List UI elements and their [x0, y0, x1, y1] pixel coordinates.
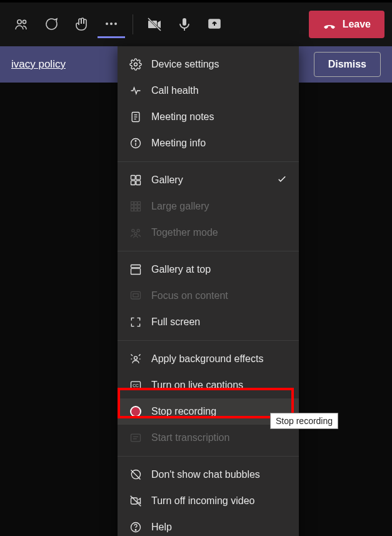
menu-label: Call health: [151, 85, 199, 96]
menu-separator: [118, 456, 299, 457]
svg-point-17: [135, 140, 136, 141]
menu-gallery-at-top[interactable]: Gallery at top: [118, 256, 299, 283]
gear-icon: [129, 58, 143, 71]
menu-label: Full screen: [151, 316, 200, 328]
svg-rect-22: [131, 202, 134, 205]
menu-full-screen[interactable]: Full screen: [118, 309, 299, 335]
camera-off-icon[interactable]: [141, 11, 168, 38]
focus-icon: [129, 289, 143, 303]
svg-rect-35: [131, 268, 141, 274]
menu-label: Stop recording: [151, 406, 216, 417]
gallery-top-icon: [129, 263, 143, 276]
menu-separator: [118, 340, 299, 341]
menu-label: Large gallery: [151, 201, 209, 212]
meeting-toolbar: Leave: [0, 0, 392, 46]
menu-turn-off-incoming-video[interactable]: Turn off incoming video: [118, 488, 299, 514]
svg-rect-34: [131, 265, 141, 268]
together-icon: [129, 226, 143, 240]
menu-focus-on-content: Focus on content: [118, 283, 299, 309]
svg-rect-36: [131, 291, 141, 299]
menu-label: Help: [151, 522, 172, 533]
transcription-icon: [129, 431, 143, 445]
menu-together-mode: Together mode: [118, 220, 299, 246]
help-icon: [129, 520, 143, 534]
toolbar-divider: [133, 14, 133, 34]
svg-rect-37: [133, 294, 138, 297]
background-effects-icon: [129, 352, 143, 366]
menu-dont-show-chat-bubbles[interactable]: Don't show chat bubbles: [118, 462, 299, 488]
svg-point-31: [132, 230, 134, 232]
menu-help[interactable]: Help: [118, 514, 299, 536]
health-icon: [129, 84, 143, 98]
leave-button[interactable]: Leave: [309, 11, 384, 38]
menu-meeting-notes[interactable]: Meeting notes: [118, 104, 299, 130]
svg-point-4: [114, 23, 117, 25]
large-gallery-icon: [129, 200, 143, 213]
menu-label: Turn on live captions: [151, 380, 243, 391]
notes-icon: [129, 110, 143, 124]
hangup-icon: [323, 18, 336, 31]
svg-rect-7: [183, 18, 186, 26]
svg-point-1: [23, 20, 26, 23]
svg-point-3: [110, 23, 113, 25]
menu-separator: [118, 251, 299, 251]
svg-rect-27: [138, 205, 140, 208]
svg-rect-28: [131, 208, 134, 211]
chat-icon[interactable]: [38, 11, 65, 38]
menu-device-settings[interactable]: Device settings: [118, 51, 299, 78]
svg-point-0: [18, 20, 21, 24]
svg-rect-21: [136, 181, 141, 185]
menu-call-health[interactable]: Call health: [118, 78, 299, 104]
menu-label: Focus on content: [151, 290, 228, 301]
fullscreen-icon: [129, 315, 143, 329]
mic-icon[interactable]: [171, 11, 198, 38]
svg-line-50: [131, 496, 141, 507]
svg-point-38: [134, 356, 138, 360]
menu-label: Meeting info: [151, 138, 206, 149]
tooltip: Stop recording: [270, 413, 338, 429]
chat-bubble-off-icon: [129, 468, 143, 482]
svg-rect-19: [136, 176, 141, 180]
svg-point-32: [137, 230, 139, 232]
menu-label: Start transcription: [151, 432, 229, 443]
menu-separator: [118, 161, 299, 162]
more-actions-icon[interactable]: [98, 11, 125, 38]
svg-line-39: [131, 355, 133, 356]
svg-point-33: [134, 233, 137, 235]
svg-point-10: [134, 63, 138, 66]
menu-label: Meeting notes: [151, 111, 214, 123]
check-icon: [276, 173, 288, 187]
svg-rect-26: [134, 205, 137, 208]
svg-rect-49: [131, 498, 138, 504]
menu-label: Device settings: [151, 59, 219, 70]
svg-rect-30: [138, 208, 140, 211]
people-icon[interactable]: [8, 11, 35, 38]
menu-label: Gallery: [151, 174, 183, 186]
menu-label: Don't show chat bubbles: [151, 469, 260, 480]
menu-apply-background-effects[interactable]: Apply background effects: [118, 346, 299, 372]
svg-text:CC: CC: [133, 383, 139, 388]
svg-rect-20: [131, 181, 136, 185]
svg-rect-45: [131, 434, 141, 442]
svg-point-52: [135, 529, 136, 530]
record-icon: [129, 405, 143, 418]
privacy-policy-link[interactable]: ivacy policy: [11, 58, 66, 71]
more-actions-menu: Device settings Call health Meeting note…: [118, 46, 299, 536]
leave-label: Leave: [343, 19, 371, 30]
menu-gallery[interactable]: Gallery: [118, 167, 299, 193]
svg-point-2: [106, 23, 108, 25]
menu-turn-on-live-captions[interactable]: CC Turn on live captions: [118, 372, 299, 398]
gallery-icon: [129, 173, 143, 187]
menu-label: Together mode: [151, 227, 218, 238]
share-screen-icon[interactable]: [201, 11, 228, 38]
menu-large-gallery: Large gallery: [118, 193, 299, 220]
menu-label: Apply background effects: [151, 353, 263, 365]
dismiss-button[interactable]: Dismiss: [314, 52, 381, 77]
svg-rect-25: [131, 205, 134, 208]
menu-meeting-info[interactable]: Meeting info: [118, 130, 299, 156]
svg-rect-24: [138, 202, 140, 205]
reactions-icon[interactable]: [68, 11, 95, 38]
svg-rect-18: [131, 176, 136, 180]
menu-label: Turn off incoming video: [151, 495, 254, 507]
info-icon: [129, 136, 143, 150]
